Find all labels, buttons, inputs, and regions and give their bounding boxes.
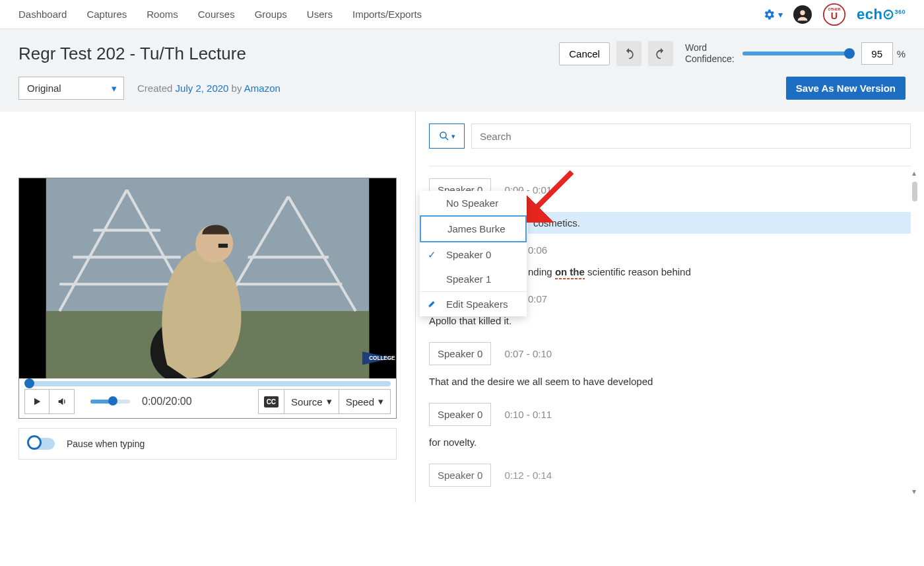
speaker-option-none[interactable]: No Speaker <box>420 191 527 215</box>
segment-time: 0:07 - 0:10 <box>504 348 552 359</box>
org-badge-icon: OTHERU <box>822 3 846 26</box>
segment-time: 0:12 - 0:14 <box>504 470 552 481</box>
play-button[interactable] <box>24 389 50 414</box>
created-date-link[interactable]: July 2, 2020 <box>176 83 229 94</box>
chevron-down-icon: ▾ <box>451 132 455 141</box>
segment-time: 0:10 - 0:11 <box>504 409 552 420</box>
segment-text[interactable]: nding on the scientific reason behind <box>528 266 911 277</box>
echo-logo[interactable]: ech360 <box>857 6 906 23</box>
svg-point-13 <box>440 132 446 138</box>
svg-rect-10 <box>218 244 228 248</box>
version-select-value: Original <box>27 83 61 94</box>
speaker-chip[interactable]: Speaker 0 <box>429 403 491 426</box>
redo-icon <box>654 47 667 60</box>
segment-text[interactable]: cosmetics. <box>528 212 911 234</box>
chevron-down-icon: ▾ <box>112 83 117 94</box>
left-pane: COLLEGE 0:00/20:00 CC Source▾ Speed▾ <box>0 112 416 503</box>
volume-button[interactable] <box>50 389 75 414</box>
avatar[interactable] <box>793 5 812 24</box>
speaker-option-speaker-0[interactable]: ✓Speaker 0 <box>420 242 527 267</box>
sub-bar: Original ▾ Created July 2, 2020 by Amazo… <box>0 71 924 112</box>
search-dropdown-button[interactable]: ▾ <box>429 124 465 149</box>
undo-icon <box>622 47 636 60</box>
undo-button[interactable] <box>616 41 642 66</box>
pencil-icon <box>428 299 437 310</box>
edit-speakers-option[interactable]: Edit Speakers <box>420 292 527 316</box>
search-row: ▾ <box>429 124 911 149</box>
chevron-down-icon: ▾ <box>778 9 783 20</box>
transcript-pane: ▾ ▴ ▾ Speaker 0 0:00 - 0:01 cosmetics. N… <box>416 112 924 503</box>
low-confidence-word[interactable]: on the <box>555 266 585 277</box>
gear-icon <box>762 8 776 21</box>
volume-slider[interactable] <box>90 400 130 404</box>
scroll-down-icon[interactable]: ▾ <box>912 487 916 496</box>
redo-button[interactable] <box>648 41 673 66</box>
nav-item-groups[interactable]: Groups <box>255 9 287 20</box>
nav-item-imports-exports[interactable]: Imports/Exports <box>352 9 422 20</box>
page-title: Regr Test 202 - Tu/Th Lecture <box>18 44 559 64</box>
settings-menu[interactable]: ▾ <box>762 8 783 21</box>
main: COLLEGE 0:00/20:00 CC Source▾ Speed▾ <box>0 112 924 503</box>
chevron-down-icon: ▾ <box>378 396 383 407</box>
pause-when-typing-toggle[interactable] <box>28 438 55 450</box>
svg-text:U: U <box>831 11 838 21</box>
scroll-thumb[interactable] <box>912 182 917 201</box>
cc-button[interactable]: CC <box>258 389 284 414</box>
timecode: 0:00/20:00 <box>142 396 192 407</box>
nav-right: ▾ OTHERU ech360 <box>762 3 906 26</box>
video-still-icon: COLLEGE <box>19 178 396 378</box>
play-icon <box>32 396 42 407</box>
created-meta: Created July 2, 2020 by Amazon <box>137 83 280 94</box>
video-player: COLLEGE 0:00/20:00 CC Source▾ Speed▾ <box>18 178 397 419</box>
segment-time: 0:06 <box>528 244 547 256</box>
top-nav: Dashboard Captures Rooms Courses Groups … <box>0 0 924 29</box>
speaker-option-speaker-1[interactable]: Speaker 1 <box>420 267 527 291</box>
transcript-segment: Speaker 0 0:10 - 0:11 for novelty. <box>429 403 911 448</box>
version-select[interactable]: Original ▾ <box>18 77 124 100</box>
word-confidence-slider[interactable] <box>742 52 855 55</box>
cc-icon: CC <box>264 396 279 407</box>
word-confidence-label: Word Confidence: <box>685 42 735 65</box>
volume-icon <box>57 396 67 407</box>
transcript-segment: Speaker 0 0:12 - 0:14 <box>429 464 911 487</box>
segment-text[interactable]: for novelty. <box>429 437 911 448</box>
check-icon: ✓ <box>428 249 436 261</box>
nav-item-courses[interactable]: Courses <box>198 9 235 20</box>
source-select[interactable]: Source▾ <box>284 389 339 414</box>
video-frame[interactable]: COLLEGE <box>19 178 396 378</box>
divider <box>429 166 911 166</box>
word-confidence-input[interactable] <box>861 42 893 65</box>
video-timeline[interactable] <box>24 381 391 386</box>
search-input[interactable] <box>471 124 911 149</box>
speaker-chip[interactable]: Speaker 0 <box>429 464 491 487</box>
created-by-link[interactable]: Amazon <box>244 83 280 94</box>
nav-item-dashboard[interactable]: Dashboard <box>18 9 67 20</box>
speaker-dropdown: No Speaker James Burke ✓Speaker 0 Speake… <box>420 191 527 316</box>
chevron-down-icon: ▾ <box>327 396 332 407</box>
pause-when-typing-row: Pause when typing <box>18 428 397 460</box>
player-controls: 0:00/20:00 CC Source▾ Speed▾ <box>19 389 396 418</box>
percent-label: % <box>897 48 906 59</box>
svg-point-0 <box>800 10 805 15</box>
segment-text[interactable]: That and the desire we all seem to have … <box>429 376 911 387</box>
save-version-button[interactable]: Save As New Version <box>786 77 906 100</box>
header-bar: Regr Test 202 - Tu/Th Lecture Cancel Wor… <box>0 29 924 71</box>
org-badge[interactable]: OTHERU <box>822 3 846 26</box>
nav-item-captures[interactable]: Captures <box>86 9 127 20</box>
scroll-up-icon[interactable]: ▴ <box>912 168 916 178</box>
search-icon <box>438 130 450 142</box>
speaker-option-james-burke[interactable]: James Burke <box>420 215 527 242</box>
avatar-icon <box>795 7 810 22</box>
svg-text:COLLEGE: COLLEGE <box>369 355 395 361</box>
segment-time: 0:07 <box>528 293 547 304</box>
nav-links: Dashboard Captures Rooms Courses Groups … <box>18 9 422 20</box>
transcript-segment: Speaker 0 0:07 - 0:10 That and the desir… <box>429 342 911 387</box>
pause-when-typing-label: Pause when typing <box>67 439 145 449</box>
speaker-chip[interactable]: Speaker 0 <box>429 342 491 365</box>
nav-item-users[interactable]: Users <box>307 9 333 20</box>
speed-select[interactable]: Speed▾ <box>339 389 391 414</box>
nav-item-rooms[interactable]: Rooms <box>147 9 178 20</box>
cancel-button[interactable]: Cancel <box>559 42 610 65</box>
segment-text[interactable]: Apollo that killed it. <box>429 315 911 326</box>
